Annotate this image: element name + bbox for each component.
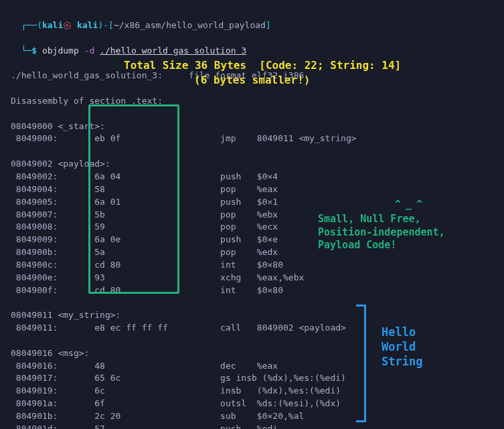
- command-flag: -d: [84, 46, 95, 56]
- disasm-line: 8049000: eb 0f jmp 8049011 <my_string>: [11, 133, 493, 145]
- command-name: objdump: [42, 46, 79, 56]
- annotation-bytes-smaller: (6 bytes smaller!): [194, 72, 310, 88]
- prompt-line-1: ┌──(kali㉿ kali)-[~/x86_asm/hello_world_p…: [11, 7, 493, 32]
- command-line[interactable]: └─$ objdump -d ./hello world gas solutio…: [11, 32, 493, 58]
- section-header: 08049000 <_start>:: [11, 120, 493, 133]
- disasm-line: 804900c: cd 80 int $0×80: [11, 259, 493, 272]
- section-header: 08049002 <payload>:: [11, 158, 493, 171]
- disassembly-header: Disassembly of section .text:: [11, 95, 493, 108]
- disasm-line: 804900f: cd 80 int $0×80: [11, 284, 493, 297]
- disasm-line: 8049019: 6c insb (%dx),%es:(%edi): [11, 385, 493, 398]
- annotation-hello-world: Hello World String: [382, 325, 422, 369]
- prompt-host: kali: [77, 20, 98, 30]
- annotation-total-size: Total Size 36 Bytes [Code: 22; String: 1…: [124, 58, 401, 73]
- disasm-line: 8049017: 65 6c gs insb (%dx),%es:(%edi): [11, 372, 493, 385]
- disasm-line: 804901a: 6f outsl %ds:(%esi),(%dx): [11, 398, 493, 410]
- annotation-caret: ^_^: [395, 198, 427, 211]
- prompt-user: kali: [42, 20, 63, 30]
- command-arg: ./hello world gas solution 3: [100, 46, 246, 56]
- disasm-line: 804900e: 93 xchg %eax,%ebx: [11, 272, 493, 284]
- disasm-line: 804901b: 2c 20 sub $0×20,%al: [11, 410, 493, 423]
- disasm-line: 8049004: 58 pop %eax: [11, 183, 493, 196]
- section-header: 08049011 <my_string>:: [11, 309, 493, 322]
- disasm-line: 804901d: 57 push %edi: [11, 423, 493, 429]
- disassembly-output: 08049000 <_start>: 8049000: eb 0f jmp 80…: [11, 120, 493, 429]
- annotation-payload-desc: Small, Null Free, Position-independent, …: [318, 213, 445, 252]
- disasm-line: 8049002: 6a 04 push $0×4: [11, 171, 493, 183]
